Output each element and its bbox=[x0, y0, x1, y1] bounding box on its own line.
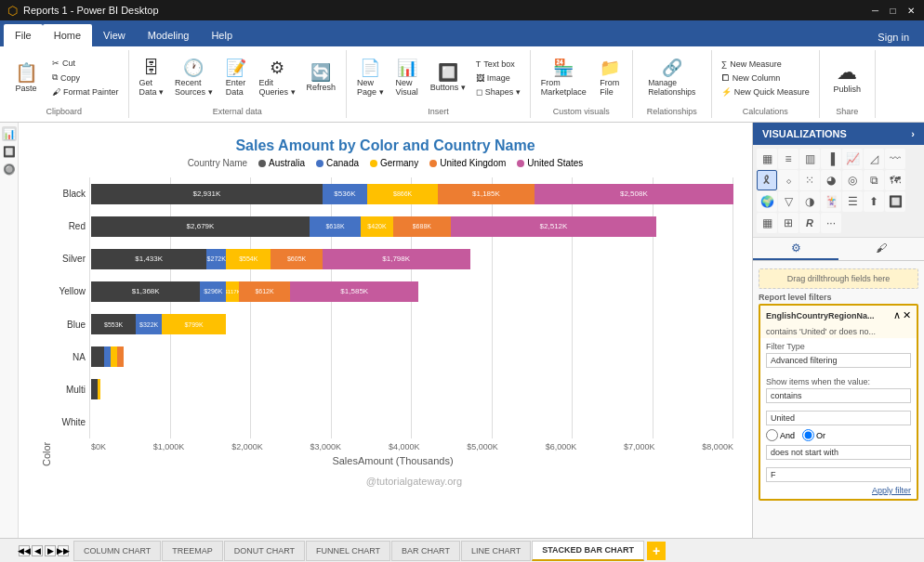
tab-column-chart[interactable]: COLUMN CHART bbox=[73, 541, 161, 561]
new-measure-button[interactable]: ∑New Measure bbox=[718, 58, 813, 71]
data-view-button[interactable]: 🔲 bbox=[2, 144, 17, 159]
viz-icon-multi-row[interactable]: ☰ bbox=[842, 191, 863, 212]
bar-segs-red: $2,679K $618K $420K $688K $2,512K bbox=[91, 216, 733, 237]
viz-icon-pie[interactable]: ◕ bbox=[821, 170, 841, 190]
viz-icon-treemap[interactable]: ⧉ bbox=[864, 170, 884, 190]
viz-icon-line-stacked[interactable]: 〰 bbox=[885, 149, 905, 169]
buttons-button[interactable]: 🔲 Buttons ▾ bbox=[426, 61, 470, 95]
tab-line-chart[interactable]: LINE CHART bbox=[461, 541, 531, 561]
viz-icon-card[interactable]: 🃏 bbox=[821, 191, 841, 212]
tab-home[interactable]: Home bbox=[43, 24, 92, 46]
manage-relationships-button[interactable]: 🔗 ManageRelationships bbox=[643, 57, 700, 99]
viz-header: VISUALIZATIONS › bbox=[753, 123, 924, 145]
tab-view[interactable]: View bbox=[92, 24, 137, 46]
new-column-button[interactable]: ⧠New Column bbox=[718, 72, 813, 85]
filter-delete-icon[interactable]: ✕ bbox=[903, 309, 911, 321]
condition1-operator-select[interactable]: contains bbox=[766, 388, 911, 403]
add-page-button[interactable]: + bbox=[647, 542, 666, 560]
viz-icon-gauge[interactable]: ◑ bbox=[799, 191, 820, 212]
viz-icon-stacked-bar[interactable]: ▦ bbox=[757, 149, 777, 169]
tab-treemap[interactable]: TREEMAP bbox=[162, 541, 223, 561]
viz-icon-table[interactable]: ▦ bbox=[757, 213, 777, 233]
viz-icon-kpi[interactable]: ⬆ bbox=[864, 191, 884, 212]
viz-icon-stacked-col[interactable]: ▥ bbox=[799, 149, 820, 169]
refresh-button[interactable]: 🔄 Refresh bbox=[302, 61, 341, 95]
new-page-button[interactable]: 📄 NewPage ▾ bbox=[352, 57, 389, 99]
nav-first-button[interactable]: ◀◀ bbox=[19, 545, 30, 556]
tab-stacked-bar-chart[interactable]: STACKED BAR CHART bbox=[532, 541, 644, 561]
viz-fields-tab[interactable]: ⚙ bbox=[753, 238, 838, 260]
or-radio-input[interactable] bbox=[802, 429, 814, 441]
filter-expand-icon[interactable]: ∧ bbox=[893, 309, 901, 321]
viz-icon-matrix[interactable]: ⊞ bbox=[778, 213, 799, 233]
condition2-value-input[interactable] bbox=[766, 467, 911, 482]
and-radio-input[interactable] bbox=[766, 429, 778, 441]
from-marketplace-button[interactable]: 🏪 FromMarketplace bbox=[536, 57, 591, 99]
bar-seg-red-au: $2,679K bbox=[91, 216, 310, 237]
tab-help[interactable]: Help bbox=[200, 24, 244, 46]
model-view-button[interactable]: 🔘 bbox=[2, 162, 17, 176]
from-file-button[interactable]: 📁 FromFile bbox=[593, 57, 627, 99]
publish-icon: ☁ bbox=[837, 62, 857, 83]
and-label: And bbox=[780, 431, 795, 440]
calculations-group: ∑New Measure ⧠New Column ⚡New Quick Meas… bbox=[712, 50, 820, 118]
viz-icon-donut[interactable]: ◎ bbox=[842, 170, 863, 190]
viz-icon-waterfall[interactable]: ⬦ bbox=[778, 170, 799, 190]
sign-in[interactable]: Sign in bbox=[866, 28, 920, 46]
column-icon: ⧠ bbox=[721, 73, 730, 83]
apply-filter-button[interactable]: Apply filter bbox=[872, 486, 911, 495]
tab-file[interactable]: File bbox=[4, 24, 43, 46]
viz-icon-line[interactable]: 📈 bbox=[842, 149, 863, 169]
nav-last-button[interactable]: ▶▶ bbox=[58, 545, 69, 556]
format-painter-button[interactable]: 🖌Format Painter bbox=[48, 85, 123, 98]
viz-expand-icon[interactable]: › bbox=[911, 128, 915, 139]
condition2-operator-select[interactable]: does not start with bbox=[766, 445, 911, 460]
viz-icon-funnel[interactable]: ▽ bbox=[778, 191, 799, 212]
bar-row-red: Red $2,679K $618K $420K $688K $2,512K bbox=[52, 213, 733, 241]
bar-row-silver: Silver $1,433K $272K $554K $605K $1,798K bbox=[52, 245, 733, 273]
new-visual-button[interactable]: 📊 NewVisual bbox=[390, 57, 424, 99]
tab-modeling[interactable]: Modeling bbox=[137, 24, 201, 46]
tab-bar-chart[interactable]: BAR CHART bbox=[391, 541, 460, 561]
filter-type-select[interactable]: Advanced filtering bbox=[766, 353, 911, 368]
tab-donut-chart[interactable]: DONUT CHART bbox=[224, 541, 305, 561]
and-radio[interactable]: And bbox=[766, 429, 795, 441]
shapes-button[interactable]: ◻Shapes ▾ bbox=[472, 85, 524, 98]
get-data-button[interactable]: 🗄 GetData ▾ bbox=[135, 57, 169, 99]
text-box-button[interactable]: TText box bbox=[472, 58, 524, 71]
viz-icon-clustered-bar[interactable]: ≡ bbox=[778, 149, 799, 169]
bar-row-multi: Multi bbox=[52, 375, 733, 403]
viz-icon-ribbon[interactable]: 🎗 bbox=[757, 170, 777, 190]
get-data-icon: 🗄 bbox=[143, 59, 160, 76]
minimize-button[interactable]: ─ bbox=[869, 5, 881, 17]
viz-icon-clustered-col[interactable]: ▐ bbox=[821, 149, 841, 169]
edit-queries-button[interactable]: ⚙ EditQueries ▾ bbox=[255, 57, 300, 99]
viz-icon-slicer[interactable]: 🔲 bbox=[885, 191, 905, 212]
filter-type-label: Filter Type bbox=[766, 342, 911, 351]
or-radio[interactable]: Or bbox=[802, 429, 825, 441]
cut-button[interactable]: ✂Cut bbox=[48, 57, 123, 70]
viz-icon-more[interactable]: ··· bbox=[821, 213, 841, 233]
viz-icon-r[interactable]: R bbox=[799, 213, 820, 233]
bar-segs-yellow: $1,368K $296K $117K $612K $1,585K bbox=[91, 281, 733, 302]
nav-prev-button[interactable]: ◀ bbox=[32, 545, 43, 556]
image-button[interactable]: 🖼Image bbox=[472, 72, 524, 85]
paste-button[interactable]: 📋 Paste bbox=[6, 60, 46, 96]
maximize-button[interactable]: □ bbox=[887, 5, 899, 17]
report-view-button[interactable]: 📊 bbox=[2, 126, 17, 141]
close-button[interactable]: ✕ bbox=[904, 5, 917, 17]
enter-data-button[interactable]: 📝 EnterData bbox=[219, 57, 253, 99]
viz-icon-area[interactable]: ◿ bbox=[864, 149, 884, 169]
recent-sources-button[interactable]: 🕐 RecentSources ▾ bbox=[170, 57, 218, 99]
viz-format-tab[interactable]: 🖌 bbox=[838, 238, 924, 260]
copy-button[interactable]: ⧉Copy bbox=[48, 71, 123, 85]
viz-icon-map[interactable]: 🗺 bbox=[885, 170, 905, 190]
tab-funnel-chart[interactable]: FUNNEL CHART bbox=[306, 541, 390, 561]
viz-icon-scatter[interactable]: ⁙ bbox=[799, 170, 820, 190]
new-quick-measure-button[interactable]: ⚡New Quick Measure bbox=[718, 85, 813, 98]
recent-sources-icon: 🕐 bbox=[183, 59, 204, 76]
condition1-value-input[interactable] bbox=[766, 411, 911, 425]
viz-icon-filled-map[interactable]: 🌍 bbox=[757, 191, 777, 212]
nav-next-button[interactable]: ▶ bbox=[45, 545, 56, 556]
publish-button[interactable]: ☁ Publish bbox=[829, 59, 866, 97]
